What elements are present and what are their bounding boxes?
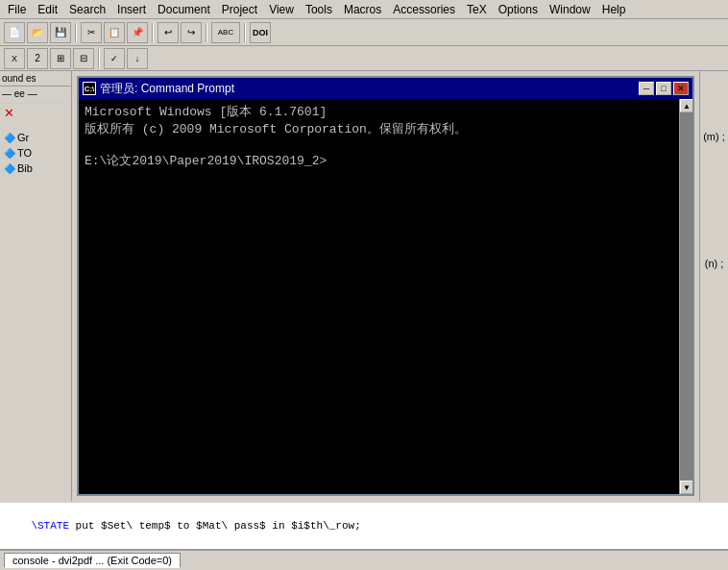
dvi-icon[interactable]: DOI <box>250 22 271 43</box>
new-btn[interactable]: 📄 <box>4 22 25 43</box>
save-btn[interactable]: 💾 <box>50 22 71 43</box>
cut-btn[interactable]: ✂ <box>81 22 102 43</box>
toolbar-2: X 2 ⊞ ⊟ ✓ ↓ <box>0 46 728 71</box>
toolbar2-btn1[interactable]: X <box>4 48 25 69</box>
menu-tools[interactable]: Tools <box>300 1 338 18</box>
bottom-output: \STATE put $Set\ temp$ to $Mat\ pass$ in… <box>0 501 728 549</box>
menu-window[interactable]: Window <box>544 1 596 18</box>
sidebar-spacer <box>0 122 71 130</box>
scroll-up-btn[interactable]: ▲ <box>680 99 692 112</box>
scroll-down-btn[interactable]: ▼ <box>680 481 692 494</box>
menu-accessories[interactable]: Accessories <box>387 1 461 18</box>
menu-project[interactable]: Project <box>216 1 263 18</box>
menu-help[interactable]: Help <box>596 1 632 18</box>
menu-tex[interactable]: TeX <box>461 1 493 18</box>
menu-insert[interactable]: Insert <box>111 1 152 18</box>
sep4 <box>244 23 246 42</box>
cmd-line3 <box>85 137 673 152</box>
sidebar-gr[interactable]: 🔷 Gr <box>0 130 71 145</box>
cmd-line2: 版权所有 (c) 2009 Microsoft Corporation。保留所有… <box>85 120 673 137</box>
console-bar: console - dvi2pdf ... (Exit Code=0) <box>0 549 728 570</box>
menu-document[interactable]: Document <box>152 1 216 18</box>
right-sidebar: (m) ; (n) ; <box>699 71 728 501</box>
menu-options[interactable]: Options <box>493 1 544 18</box>
paste-btn[interactable]: 📌 <box>127 22 148 43</box>
sidebar-top-text: ound es <box>0 71 71 87</box>
menu-file[interactable]: File <box>2 1 32 18</box>
sep3 <box>206 23 207 42</box>
sidebar-gr-label: Gr <box>17 132 29 143</box>
cmd-controls: ─ □ ✕ <box>639 82 689 95</box>
cmd-title: 管理员: Command Prompt <box>100 81 234 97</box>
toolbar2-btn6[interactable]: ↓ <box>127 48 148 69</box>
left-sidebar: ound es — ee — ✕ 🔷 Gr 🔷 TO 🔷 Bib <box>0 71 72 501</box>
toolbar2-btn5[interactable]: ✓ <box>104 48 125 69</box>
redo-btn[interactable]: ↪ <box>181 22 202 43</box>
main-layout: ound es — ee — ✕ 🔷 Gr 🔷 TO 🔷 Bib C:\ 管理员… <box>0 71 728 501</box>
close-btn[interactable]: ✕ <box>673 82 689 95</box>
sep5 <box>98 49 100 68</box>
maximize-btn[interactable]: □ <box>656 82 671 95</box>
toolbar2-btn3[interactable]: ⊞ <box>50 48 71 69</box>
menu-view[interactable]: View <box>263 1 300 18</box>
console-tab[interactable]: console - dvi2pdf ... (Exit Code=0) <box>4 553 181 568</box>
sidebar-to[interactable]: 🔷 TO <box>0 145 71 161</box>
toolbar2-btn4[interactable]: ⊟ <box>73 48 94 69</box>
menu-search[interactable]: Search <box>63 1 111 18</box>
cmd-content: Microsoft Windows [版本 6.1.7601] 版权所有 (c)… <box>79 99 679 494</box>
right-label-m: (m) ; <box>703 131 725 142</box>
sidebar-bib-label: Bib <box>17 162 33 174</box>
cmd-titlebar: C:\ 管理员: Command Prompt ─ □ ✕ <box>79 78 692 99</box>
sidebar-x-btn[interactable]: ✕ <box>0 104 71 122</box>
sep2 <box>152 23 154 42</box>
toolbar-1: 📄 📂 💾 ✂ 📋 📌 ↩ ↪ ABC DOI <box>0 19 728 46</box>
open-btn[interactable]: 📂 <box>27 22 48 43</box>
cmd-icon: C:\ <box>83 82 96 95</box>
toolbar2-btn2[interactable]: 2 <box>27 48 48 69</box>
cmd-titlebar-left: C:\ 管理员: Command Prompt <box>83 81 234 97</box>
sidebar-bib[interactable]: 🔷 Bib <box>0 161 71 176</box>
code-line: \STATE put $Set\ temp$ to $Mat\ pass$ in… <box>6 520 361 532</box>
right-label-n: (n) ; <box>705 258 724 269</box>
minimize-btn[interactable]: ─ <box>639 82 654 95</box>
build-btn[interactable]: ABC <box>211 22 240 43</box>
menu-edit[interactable]: Edit <box>32 1 63 18</box>
copy-btn[interactable]: 📋 <box>104 22 125 43</box>
cmd-scrollbar: ▲ ▼ <box>679 99 692 494</box>
sidebar-to-label: TO <box>17 147 32 159</box>
cmd-body: Microsoft Windows [版本 6.1.7601] 版权所有 (c)… <box>79 99 692 494</box>
cmd-window: C:\ 管理员: Command Prompt ─ □ ✕ Microsoft … <box>77 76 694 496</box>
cmd-line1: Microsoft Windows [版本 6.1.7601] <box>85 103 673 120</box>
cmd-line4: E:\论文2019\Paper2019\IROS2019_2> <box>85 152 673 169</box>
sep1 <box>75 23 77 42</box>
menu-bar: File Edit Search Insert Document Project… <box>0 0 728 19</box>
sidebar-item-ee[interactable]: — ee — <box>0 87 71 104</box>
center-area: C:\ 管理员: Command Prompt ─ □ ✕ Microsoft … <box>72 71 699 501</box>
menu-macros[interactable]: Macros <box>338 1 387 18</box>
scrollbar-track[interactable] <box>680 112 692 481</box>
undo-btn[interactable]: ↩ <box>158 22 179 43</box>
